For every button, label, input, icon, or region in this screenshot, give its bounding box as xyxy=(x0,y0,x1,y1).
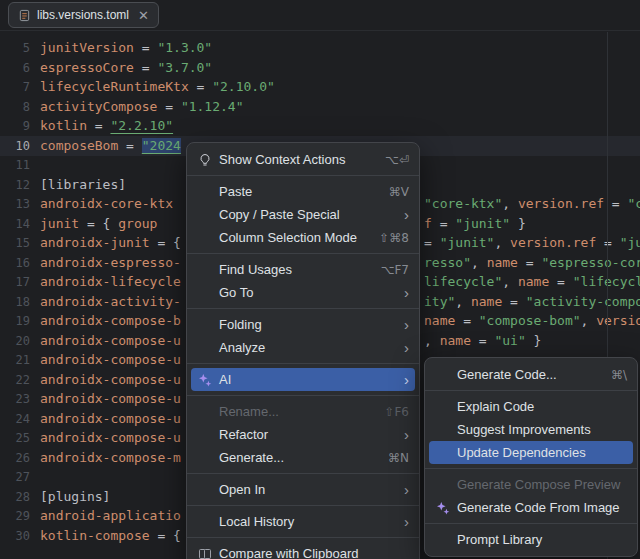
menu-item-ai[interactable]: AI› xyxy=(191,368,415,391)
code-token: } xyxy=(526,333,542,348)
menu-item-label: Go To xyxy=(219,285,253,300)
code-line-7[interactable]: 7lifecycleRuntimeKtx = "2.10.0" xyxy=(0,77,640,97)
code-token: androidx-compose-u xyxy=(40,411,181,426)
code-token: } xyxy=(510,216,526,231)
menu-item-generate-code-from-image[interactable]: Generate Code From Image xyxy=(425,496,637,519)
icon-placeholder xyxy=(195,404,215,420)
code-token: , xyxy=(502,196,518,211)
code-token: name xyxy=(424,313,455,328)
menu-item-prompt-library[interactable]: Prompt Library xyxy=(425,528,637,551)
menu-item-generate-code[interactable]: Generate Code...⌘\ xyxy=(425,363,637,386)
code-line-9[interactable]: 9kotlin = "2.2.10" xyxy=(0,116,640,136)
menu-item-paste[interactable]: Paste⌘V xyxy=(187,180,419,203)
menu-item-label: Open In xyxy=(219,482,265,497)
code-text-continuation: , name = "ui" } xyxy=(424,331,541,351)
tab-close-icon[interactable]: ✕ xyxy=(138,9,149,22)
icon-placeholder xyxy=(195,340,215,356)
line-number: 19 xyxy=(0,311,30,331)
code-token: [libraries] xyxy=(40,177,126,192)
code-line-8[interactable]: 8activityCompose = "1.12.4" xyxy=(0,97,640,117)
menu-item-column-selection-mode[interactable]: Column Selection Mode⇧⌘8 xyxy=(187,226,419,249)
menu-item-label: Generate Code From Image xyxy=(457,500,620,515)
line-number: 7 xyxy=(0,77,30,97)
code-token: = xyxy=(424,235,440,250)
code-text: androidx-compose-u xyxy=(40,350,181,370)
menu-item-go-to[interactable]: Go To› xyxy=(187,281,419,304)
menu-item-local-history[interactable]: Local History› xyxy=(187,510,419,533)
lightbulb-icon xyxy=(195,152,215,168)
menu-item-rename: Rename...⇧F6 xyxy=(187,400,419,423)
menu-item-label: Prompt Library xyxy=(457,532,542,547)
editor-context-menu: Show Context Actions⌥⏎Paste⌘VCopy / Past… xyxy=(186,142,420,559)
code-text: androidx-compose-m xyxy=(40,448,181,468)
line-number: 24 xyxy=(0,409,30,429)
code-token: , xyxy=(502,274,518,289)
menu-item-label: Compare with Clipboard xyxy=(219,546,358,559)
submenu-arrow-icon: › xyxy=(404,372,409,387)
code-token: version.ref xyxy=(518,196,604,211)
code-text: espressoCore = "3.7.0" xyxy=(40,58,212,78)
line-number: 23 xyxy=(0,389,30,409)
menu-item-folding[interactable]: Folding› xyxy=(187,313,419,336)
submenu-arrow-icon: › xyxy=(404,427,409,442)
menu-item-label: Generate... xyxy=(219,450,284,465)
menu-item-suggest-improvements[interactable]: Suggest Improvements xyxy=(425,418,637,441)
code-line-5[interactable]: 5junitVersion = "1.3.0" xyxy=(0,38,640,58)
menu-separator xyxy=(425,390,637,391)
menu-separator xyxy=(187,308,419,309)
code-text: androidx-activity- xyxy=(40,292,181,312)
code-text: kotlin-compose = { xyxy=(40,526,181,546)
icon-placeholder xyxy=(433,532,453,548)
menu-item-generate-compose-preview: Generate Compose Preview xyxy=(425,473,637,496)
menu-item-generate[interactable]: Generate...⌘N xyxy=(187,446,419,469)
code-token: "cor xyxy=(628,196,640,211)
menu-item-explain-code[interactable]: Explain Code xyxy=(425,395,637,418)
menu-item-find-usages[interactable]: Find Usages⌥F7 xyxy=(187,258,419,281)
menu-separator xyxy=(187,505,419,506)
code-text: kotlin = "2.2.10" xyxy=(40,116,173,136)
icon-placeholder xyxy=(195,450,215,466)
code-line-6[interactable]: 6espressoCore = "3.7.0" xyxy=(0,58,640,78)
line-number: 15 xyxy=(0,233,30,253)
menu-item-compare-with-clipboard[interactable]: Compare with Clipboard xyxy=(187,542,419,559)
icon-placeholder xyxy=(195,285,215,301)
code-token: lifecycle" xyxy=(424,274,502,289)
code-text: androidx-compose-b xyxy=(40,311,181,331)
menu-item-open-in[interactable]: Open In› xyxy=(187,478,419,501)
code-token: = { xyxy=(150,528,181,543)
code-token: = xyxy=(87,118,110,133)
menu-item-show-context-actions[interactable]: Show Context Actions⌥⏎ xyxy=(187,148,419,171)
code-token: version. xyxy=(596,313,640,328)
line-number: 5 xyxy=(0,38,30,58)
menu-item-update-dependencies[interactable]: Update Dependencies xyxy=(429,441,633,464)
tab-libs-versions-toml[interactable]: libs.versions.toml ✕ xyxy=(8,2,159,28)
menu-item-label: Explain Code xyxy=(457,399,534,414)
menu-item-analyze[interactable]: Analyze› xyxy=(187,336,419,359)
code-token: , xyxy=(471,255,487,270)
code-text: androidx-junit = { xyxy=(40,233,181,253)
code-token: = xyxy=(189,79,212,94)
code-token: "activity-compose" xyxy=(526,294,640,309)
ai-sparkle-icon xyxy=(195,372,215,388)
menu-item-refactor[interactable]: Refactor› xyxy=(187,423,419,446)
menu-separator xyxy=(187,253,419,254)
line-number: 16 xyxy=(0,253,30,273)
code-token: androidx-compose-m xyxy=(40,450,181,465)
menu-shortcut: ⌘V xyxy=(389,185,409,199)
menu-separator xyxy=(187,537,419,538)
code-text: androidx-lifecycle xyxy=(40,272,181,292)
code-text-continuation: f = "junit" } xyxy=(424,214,526,234)
code-token: androidx-compose-u xyxy=(40,372,181,387)
menu-item-label: Generate Compose Preview xyxy=(457,477,620,492)
code-token: name xyxy=(518,274,549,289)
code-token: espressoCore xyxy=(40,60,134,75)
code-text: androidx-compose-u xyxy=(40,389,181,409)
code-text: lifecycleRuntimeKtx = "2.10.0" xyxy=(40,77,275,97)
menu-separator xyxy=(425,468,637,469)
icon-placeholder xyxy=(433,367,453,383)
code-text: androidx-core-ktx xyxy=(40,194,173,214)
submenu-arrow-icon: › xyxy=(404,340,409,355)
code-text: [libraries] xyxy=(40,175,126,195)
menu-item-copy-paste-special[interactable]: Copy / Paste Special› xyxy=(187,203,419,226)
code-token: kotlin-compose xyxy=(40,528,150,543)
